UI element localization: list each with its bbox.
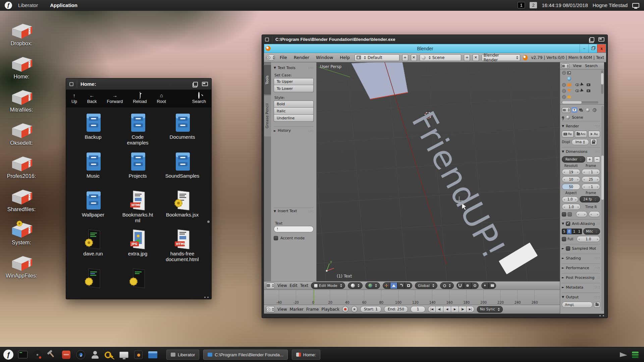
- remap-new-field[interactable]: [589, 211, 600, 217]
- snap-magnet-button[interactable]: [457, 282, 464, 289]
- frame-start-field[interactable]: : 1: [582, 169, 600, 175]
- remove-layout-button[interactable]: ✕: [411, 54, 417, 61]
- manipulator-translate-button[interactable]: [390, 282, 397, 289]
- resize-grip[interactable]: [599, 315, 604, 316]
- mode-select[interactable]: Edit Mode: [311, 282, 345, 289]
- menu-view[interactable]: View: [573, 64, 582, 68]
- drive-mitrafiles[interactable]: Mitrafiles:: [5, 80, 38, 113]
- italic-button[interactable]: Italic: [274, 108, 314, 115]
- screens-icon[interactable]: [632, 3, 639, 8]
- camera-app-launcher-icon[interactable]: [132, 349, 144, 360]
- up-button[interactable]: ↑Up: [71, 93, 77, 104]
- resize-grip[interactable]: [204, 297, 209, 298]
- outliner-row-camera[interactable]: +: [560, 82, 604, 88]
- opengl-render-button[interactable]: [481, 282, 489, 289]
- file-bookmarks-jsx[interactable]: Bookmarks.jsx: [160, 190, 205, 229]
- outliner-row-object[interactable]: +: [560, 88, 604, 94]
- file-code-examples[interactable]: Code examples: [115, 112, 160, 151]
- menu-edit[interactable]: Edit: [289, 283, 297, 288]
- tab-render-layers[interactable]: [578, 107, 584, 113]
- properties-scrollbar[interactable]: [601, 106, 604, 311]
- sampled-motion-checkbox[interactable]: [566, 246, 570, 251]
- to-lower-button[interactable]: To Lower: [274, 85, 314, 92]
- zoom-gadget-icon[interactable]: [598, 37, 604, 42]
- blue-window-launcher-icon[interactable]: [147, 349, 158, 360]
- remove-scene-button[interactable]: ✕: [473, 54, 479, 61]
- root-button[interactable]: ⌂Root: [157, 93, 166, 104]
- menu-text[interactable]: Text: [300, 283, 308, 288]
- file-extra-jpg[interactable]: JPG extra.jpg: [115, 229, 160, 267]
- friend-logo-icon[interactable]: ƒ: [5, 2, 12, 9]
- display-launcher-icon[interactable]: [118, 349, 129, 360]
- tools-launcher-icon[interactable]: [46, 349, 57, 360]
- visibility-icon[interactable]: [575, 83, 579, 86]
- output-header[interactable]: ▼Output::::: [562, 294, 600, 300]
- file-bookmarks-html[interactable]: HTML Bookmarks.html: [115, 190, 160, 229]
- editor-type-button[interactable]: [266, 283, 275, 289]
- full-sample-checkbox[interactable]: [562, 237, 566, 241]
- task-home[interactable]: Home:: [292, 350, 320, 360]
- insert-text-header[interactable]: ▼Insert Text::::: [274, 207, 314, 214]
- drive-winappfiles[interactable]: WinAppFiles:: [5, 246, 38, 279]
- accent-mode-checkbox[interactable]: [274, 236, 278, 240]
- menu-playback[interactable]: Playback: [321, 307, 339, 312]
- render-panel-header[interactable]: ▼Render::::: [562, 123, 600, 129]
- shading-header[interactable]: ►Shading::::: [562, 255, 600, 261]
- current-frame-field[interactable]: 1: [411, 306, 425, 312]
- drive-system[interactable]: System:: [5, 213, 38, 246]
- file-partial-2[interactable]: [115, 267, 160, 299]
- pivot-select[interactable]: [365, 282, 380, 289]
- menu-help[interactable]: Help: [338, 55, 352, 60]
- dimensions-panel-header[interactable]: ▼Dimensions::::: [562, 148, 600, 155]
- menu-window[interactable]: Window: [314, 55, 335, 60]
- back-button[interactable]: ←Back: [87, 93, 97, 104]
- to-upper-button[interactable]: To Upper: [274, 78, 314, 85]
- underline-button[interactable]: Underline: [274, 115, 314, 122]
- close-gadget-icon[interactable]: [265, 38, 269, 42]
- editor-type-button[interactable]: [266, 306, 275, 312]
- lock-button[interactable]: [590, 139, 597, 145]
- outliner-row-partial[interactable]: +: [560, 94, 604, 100]
- file-dave-run[interactable]: dave.run: [71, 229, 115, 267]
- file-wallpaper[interactable]: Wallpaper: [71, 190, 115, 229]
- drive-dropbox[interactable]: Dropbox:: [5, 13, 38, 47]
- menu-render[interactable]: Render: [292, 55, 311, 60]
- renderability-icon[interactable]: [587, 89, 590, 92]
- jump-start-button[interactable]: |◀: [428, 306, 436, 312]
- outliner-vscrollbar[interactable]: [601, 70, 603, 94]
- menu-frame[interactable]: Frame: [306, 307, 319, 312]
- remap-old-field[interactable]: [576, 211, 587, 217]
- fps-select[interactable]: 24 fp: [580, 196, 600, 202]
- red-app-launcher-icon[interactable]: [60, 349, 72, 360]
- render-still-button[interactable]: Re: [562, 131, 574, 137]
- drive-home[interactable]: Home:: [5, 47, 38, 80]
- menu-view[interactable]: View: [277, 307, 287, 312]
- friend-launcher-icon[interactable]: ƒ: [3, 349, 14, 360]
- send-plane-icon[interactable]: [620, 352, 627, 357]
- resolution-percent-slider[interactable]: 50: [562, 184, 580, 190]
- drive-oksedelt[interactable]: Oksedelt:: [5, 113, 38, 146]
- menu-application[interactable]: Application: [50, 2, 77, 8]
- metadata-header[interactable]: ►Metadata::::: [562, 284, 600, 291]
- autokey-record-button[interactable]: [342, 306, 348, 312]
- add-scene-button[interactable]: +: [464, 54, 470, 61]
- editor-type-button[interactable]: [561, 63, 570, 69]
- outliner-hscrollbar[interactable]: [561, 101, 598, 104]
- scene-select[interactable]: Scene: [420, 54, 462, 61]
- forward-button[interactable]: →Forward: [107, 93, 123, 104]
- workspace-2[interactable]: 2: [530, 2, 537, 8]
- insert-text-input[interactable]: [274, 226, 314, 232]
- security-key-launcher-icon[interactable]: [104, 349, 115, 360]
- outliner-row-scene[interactable]: +: [560, 70, 604, 76]
- resolution-x-field[interactable]: 19: [562, 169, 580, 175]
- file-handsfree-html[interactable]: HTML hands-free document.html: [160, 229, 205, 267]
- keying-set-button[interactable]: [351, 306, 358, 312]
- terminal-launcher-icon[interactable]: [17, 349, 29, 360]
- workspace-1[interactable]: 1: [518, 2, 525, 8]
- play-button[interactable]: ▶: [451, 306, 459, 312]
- aspect-x-field[interactable]: 1.0: [562, 196, 578, 202]
- file-partial-1[interactable]: [71, 267, 115, 299]
- frame-step-field[interactable]: : 1: [582, 184, 600, 190]
- search-button[interactable]: Search: [192, 93, 206, 104]
- screen-layout-select[interactable]: Default: [355, 54, 399, 61]
